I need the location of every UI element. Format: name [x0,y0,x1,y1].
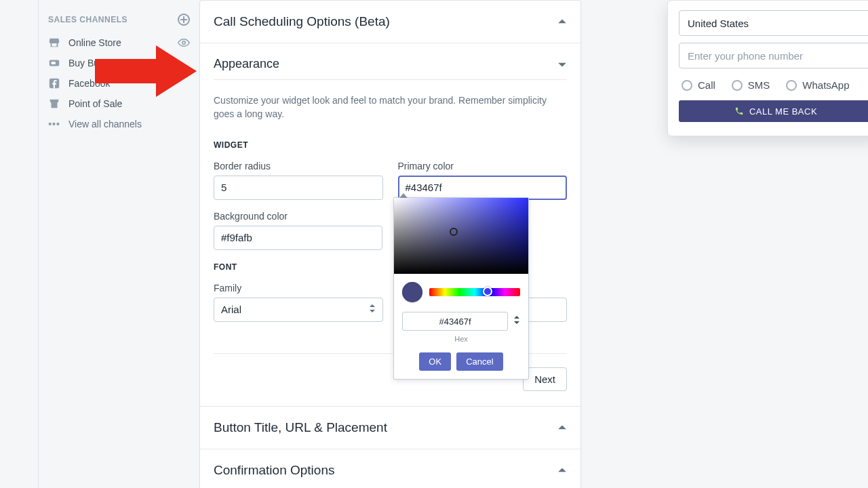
hue-cursor[interactable] [483,287,492,296]
pos-icon [48,98,60,110]
chevron-down-icon [557,60,567,69]
radio-icon [786,80,797,91]
country-select[interactable]: United States [679,10,868,36]
font-family-value: Arial [221,304,241,315]
picker-row [394,274,528,305]
facebook-icon [48,77,60,89]
format-toggle-icon[interactable] [513,314,520,328]
hue-bar[interactable] [429,288,520,296]
appearance-description: Customize your widget look and feel to m… [214,94,567,135]
radio-call[interactable]: Call [682,79,715,91]
field-font-family: Family Arial [214,283,383,322]
chevron-up-icon [557,423,567,432]
country-value: United States [688,18,749,29]
next-button[interactable]: Next [523,367,567,391]
phone-placeholder: Enter your phone number [688,50,803,62]
color-swatch [402,282,422,302]
sidebar-item-pos[interactable]: Point of Sale [39,94,199,114]
phone-input[interactable]: Enter your phone number [679,43,868,68]
more-icon: ••• [48,118,60,130]
hex-label: Hex [394,332,528,343]
sv-cursor[interactable] [450,228,458,236]
preview-widget: United States Enter your phone number Ca… [667,0,868,136]
sidebar-item-buy-button[interactable]: Buy Button [39,53,199,73]
bg-color-input[interactable]: #f9fafb [214,226,382,250]
section-header-call[interactable]: Call Scheduling Options (Beta) [200,1,580,43]
select-caret-icon [369,303,376,316]
section-header-button[interactable]: Button Title, URL & Placement [200,407,580,449]
hex-row: #43467f [394,305,528,332]
sales-channels-title: SALES CHANNELS [48,15,127,24]
view-all-label: View all channels [68,119,142,129]
section-button-title: Button Title, URL & Placement [200,407,580,449]
font-family-label: Family [214,283,383,293]
sv-area[interactable] [394,198,528,274]
radio-label: Call [698,79,715,91]
font-family-select[interactable]: Arial [214,298,383,322]
hex-input[interactable]: #43467f [402,312,508,331]
section-header-appearance[interactable]: Appearance [200,43,580,79]
cancel-button[interactable]: Cancel [456,352,502,371]
primary-color-input[interactable]: #43467f [398,176,568,200]
picker-actions: OK Cancel [394,343,528,371]
contact-method-radios: Call SMS WhatsApp [679,75,868,100]
chevron-up-icon [557,17,567,26]
radio-icon [732,80,743,91]
widget-group-label: WIDGET [214,140,567,150]
sidebar-item-label: Point of Sale [68,98,122,109]
sidebar-item-online-store[interactable]: Online Store [39,33,199,53]
add-channel-icon[interactable] [178,14,190,26]
sidebar: SALES CHANNELS Online Store Buy Button F… [38,0,199,488]
field-border-radius: Border radius 5 [214,161,383,200]
sidebar-view-all[interactable]: ••• View all channels [39,114,199,134]
radio-label: SMS [748,79,770,91]
section-title: Call Scheduling Options (Beta) [214,14,390,29]
radio-whatsapp[interactable]: WhatsApp [786,79,849,91]
sidebar-item-label: Buy Button [68,58,115,68]
section-header-confirm[interactable]: Confirmation Options [200,449,580,488]
divider [214,79,567,80]
radio-label: WhatsApp [802,79,849,91]
ok-button[interactable]: OK [419,352,451,371]
sidebar-item-facebook[interactable]: Facebook [39,73,199,94]
buy-button-icon [48,57,60,69]
bg-color-label: Background color [214,211,382,222]
picker-notch [399,193,408,198]
section-title: Button Title, URL & Placement [214,420,387,435]
section-title: Appearance [214,57,279,71]
radio-sms[interactable]: SMS [732,79,770,91]
eye-icon[interactable] [178,37,190,49]
svg-rect-2 [52,62,56,64]
call-button-label: CALL ME BACK [749,106,817,117]
border-radius-label: Border radius [214,161,383,171]
section-confirmation: Confirmation Options [200,449,580,488]
field-primary-color: Primary color #43467f [398,161,568,200]
section-call-scheduling: Call Scheduling Options (Beta) [200,1,580,43]
call-me-back-button[interactable]: CALL ME BACK [679,100,868,122]
field-bg-color: Background color #f9fafb [214,211,382,250]
section-title: Confirmation Options [214,463,334,478]
chevron-up-icon [557,466,567,475]
sidebar-item-label: Facebook [68,78,110,89]
store-icon [48,37,60,49]
phone-icon [734,106,744,116]
sidebar-item-label: Online Store [68,37,121,48]
sidebar-header: SALES CHANNELS [39,14,199,33]
primary-color-label: Primary color [398,161,568,171]
border-radius-input[interactable]: 5 [214,176,383,200]
color-picker: #43467f Hex OK Cancel [393,197,529,380]
svg-point-0 [182,41,186,45]
radio-icon [682,80,692,91]
